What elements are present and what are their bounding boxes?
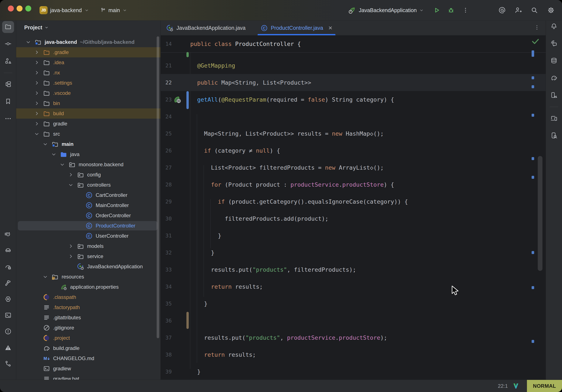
tool-window-button-terminal[interactable] [2, 310, 14, 322]
run-button[interactable] [431, 5, 442, 16]
tool-window-button-github-copilot[interactable] [2, 245, 14, 257]
ai-assistant-icon[interactable] [497, 5, 508, 16]
code-line-33[interactable]: 33 results.put("products", filteredProdu… [161, 261, 546, 278]
tree-item-config[interactable]: config [16, 170, 161, 180]
tree-item-service[interactable]: service [16, 251, 161, 261]
tree-item-JavaBackendApplication[interactable]: JavaBackendApplication [16, 261, 161, 272]
editor-scrollbar[interactable] [538, 156, 542, 271]
tree-item-OrderController[interactable]: C OrderController [16, 211, 161, 221]
code-line-25[interactable]: 25 Map<String, List<Product>> results = … [161, 125, 546, 142]
tool-window-button-warnings[interactable] [2, 342, 14, 354]
tree-item-.settings[interactable]: .settings [16, 78, 161, 88]
debug-button[interactable] [445, 5, 457, 16]
tree-item-gradle[interactable]: gradle [16, 119, 161, 129]
code-line-32[interactable]: 32 } [161, 244, 546, 261]
tree-item-ProductController[interactable]: C ProductController [16, 221, 161, 231]
tool-window-button-build[interactable] [2, 277, 14, 289]
tool-window-button-more-tool-windows[interactable] [2, 113, 14, 125]
chevron-right-icon[interactable] [34, 90, 40, 96]
tree-item-java[interactable]: java [16, 149, 161, 159]
editor-tab-ProductController.java[interactable]: C ProductController.java ✕ [261, 21, 332, 35]
code-line-30[interactable]: 30 filteredProducts.add(product); [161, 210, 546, 227]
project-tree-scrollbar[interactable] [157, 36, 159, 338]
chevron-down-icon[interactable] [51, 152, 57, 157]
tree-item-CartController[interactable]: C CartController [16, 190, 161, 200]
tool-window-button-project-folder[interactable] [2, 21, 14, 33]
tool-window-button-database[interactable] [548, 55, 560, 67]
caret-position[interactable]: 22:1 [498, 383, 508, 389]
code-with-me-add-user-icon[interactable] [513, 5, 524, 16]
tool-window-button-bookmarks[interactable] [2, 96, 14, 108]
tool-window-button-notifications-bell[interactable] [548, 21, 560, 33]
tree-item-resources[interactable]: resources [16, 272, 161, 282]
code-line-37[interactable]: 37 results.put("products", productServic… [161, 329, 546, 346]
close-tab-icon[interactable]: ✕ [328, 25, 332, 31]
tree-item-MainController[interactable]: C MainController [16, 200, 161, 211]
chevron-down-icon[interactable] [68, 182, 73, 188]
chevron-right-icon[interactable] [34, 70, 40, 75]
chevron-right-icon[interactable] [34, 80, 40, 86]
code-line-36[interactable]: 36 [161, 312, 546, 329]
tree-item-application.properties[interactable]: application.properties [16, 282, 161, 292]
inspections-ok-check-icon[interactable] [530, 37, 540, 47]
tree-item-controllers[interactable]: controllers [16, 180, 161, 190]
chevron-down-icon[interactable] [34, 131, 40, 137]
tree-item-src[interactable]: src [16, 129, 161, 139]
tool-window-button-copilot-cat[interactable] [2, 229, 14, 241]
project-widget[interactable]: JB java-backend [40, 0, 89, 20]
tool-window-button-device-explorer[interactable] [548, 130, 560, 142]
settings-gear-icon[interactable] [545, 5, 556, 16]
tool-window-button-hierarchy[interactable] [2, 79, 14, 91]
code-line-22[interactable]: 22 public Map<String, List<Product>> [161, 74, 546, 91]
tree-item-build[interactable]: build [16, 108, 161, 119]
chevron-right-icon[interactable] [68, 243, 73, 249]
spring-endpoint-icon[interactable] [173, 95, 182, 104]
tool-window-button-running-devices[interactable] [548, 90, 560, 101]
chevron-right-icon[interactable] [68, 254, 73, 259]
tool-window-button-commit[interactable] [2, 38, 14, 50]
tool-window-button-profiler[interactable] [2, 261, 14, 273]
code-line-38[interactable]: 38 return results; [161, 346, 546, 363]
branch-widget[interactable]: main [100, 0, 127, 20]
code-line-35[interactable]: 35 } [161, 295, 546, 312]
vim-mode-badge[interactable]: NORMAL [527, 380, 562, 392]
code-line-29[interactable]: 29 if (product.getCategory().equalsIgnor… [161, 193, 546, 210]
code-line-23[interactable]: 23 getAll(@RequestParam(required = false… [161, 91, 546, 108]
tree-item-CHANGELOG.md[interactable]: M CHANGELOG.md [16, 353, 161, 364]
chevron-right-icon[interactable] [34, 111, 40, 116]
tree-item-.nx[interactable]: .nx [16, 68, 161, 78]
chevron-right-icon[interactable] [34, 101, 40, 106]
code-line-39[interactable]: 39 } [161, 363, 546, 380]
tree-item-.gradle[interactable]: .gradle [16, 47, 161, 57]
code-line-34[interactable]: 34 return results; [161, 278, 546, 295]
tree-item-.idea[interactable]: .idea [16, 57, 161, 68]
tool-window-button-gradle[interactable] [548, 72, 560, 84]
chevron-right-icon[interactable] [34, 121, 40, 127]
run-configuration-widget[interactable]: JavaBackendApplication [348, 0, 424, 20]
tree-item-.classpath[interactable]: .classpath [16, 292, 161, 302]
chevron-down-icon[interactable] [25, 39, 31, 45]
code-line-27[interactable]: 27 List<Product> filteredProducts = new … [161, 159, 546, 176]
search-everywhere-icon[interactable] [529, 5, 540, 16]
tool-window-button-version-control[interactable] [2, 358, 14, 370]
tool-window-button-structure-shapes[interactable] [2, 56, 14, 67]
code-line-24[interactable]: 24 [161, 108, 546, 125]
tree-item-UserController[interactable]: C UserController [16, 231, 161, 241]
code-line-26[interactable]: 26 if (category ≠ null) { [161, 142, 546, 159]
zoom-window-button[interactable] [25, 6, 31, 12]
ideavim-icon[interactable] [512, 382, 519, 391]
code-line-31[interactable]: 31 } [161, 227, 546, 244]
tree-item-gradlew[interactable]: gradlew [16, 364, 161, 374]
tab-options-kebab-icon[interactable] [534, 24, 540, 31]
editor-tab-JavaBackendApplication.java[interactable]: JavaBackendApplication.java [166, 21, 246, 35]
tree-item-.vscode[interactable]: .vscode [16, 88, 161, 98]
project-panel-header[interactable]: Project [24, 22, 49, 33]
tree-item-gradlew.bat[interactable]: gradlew.bat [16, 374, 161, 380]
tree-item-main[interactable]: main [16, 139, 161, 149]
tree-item-models[interactable]: models [16, 241, 161, 251]
code-line-28[interactable]: 28 for (Product product : productService… [161, 176, 546, 193]
tree-item-bin[interactable]: bin [16, 98, 161, 108]
tool-window-button-device-mirroring[interactable] [548, 113, 560, 125]
tree-item-.factorypath[interactable]: .factorypath [16, 302, 161, 312]
tool-window-button-ai-chat[interactable] [548, 38, 560, 50]
